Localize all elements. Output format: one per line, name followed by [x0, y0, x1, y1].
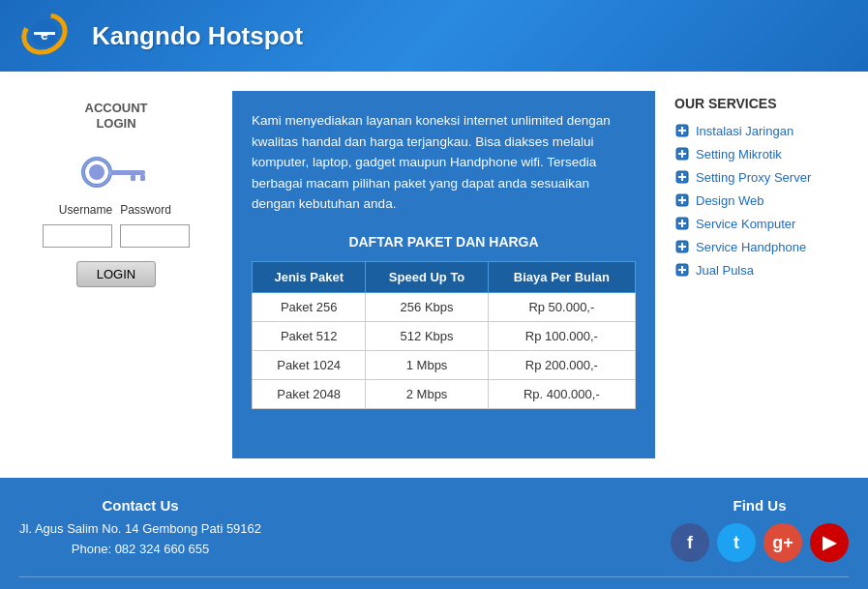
packages-table: Jenis Paket Speed Up To Biaya Per Bulan … [252, 261, 636, 409]
table-header-row: Jenis Paket Speed Up To Biaya Per Bulan [253, 261, 636, 292]
service-plus-icon [674, 262, 690, 278]
account-label: ACCOUNT LOGIN [85, 101, 148, 131]
svg-rect-21 [678, 199, 686, 201]
username-input[interactable] [43, 224, 112, 248]
key-icon-wrapper [77, 153, 155, 191]
key-icon [77, 153, 155, 191]
svg-rect-6 [108, 170, 145, 175]
main-wrapper: ACCOUNT LOGIN Username Pass [0, 72, 868, 478]
facebook-button[interactable]: f [671, 523, 709, 562]
service-label: Setting Proxy Server [696, 170, 811, 185]
password-input[interactable] [120, 224, 190, 248]
service-plus-icon [674, 169, 690, 185]
table-cell: Rp 100.000,- [488, 321, 635, 350]
login-button[interactable]: LOGIN [76, 261, 156, 287]
table-cell: Rp 50.000,- [488, 292, 635, 321]
service-item[interactable]: Instalasi Jaringan [674, 123, 849, 138]
service-label: Service Handphone [696, 240, 806, 254]
svg-rect-27 [678, 246, 686, 248]
service-plus-icon [674, 239, 690, 254]
table-row: Paket 256256 KbpsRp 50.000,- [253, 292, 636, 321]
site-title: Kangndo Hotspot [92, 21, 303, 51]
svg-text:e: e [41, 27, 48, 43]
footer-contact: Contact Us Jl. Agus Salim No. 14 Gembong… [19, 497, 261, 560]
table-cell: Rp 200.000,- [488, 350, 635, 379]
svg-rect-15 [678, 153, 686, 155]
service-label: Setting Mikrotik [696, 147, 782, 162]
footer-copyright: Copyright © 2014. All Rights Reserved. [19, 576, 849, 589]
footer: Contact Us Jl. Agus Salim No. 14 Gembong… [0, 478, 868, 589]
table-cell: Paket 1024 [253, 350, 366, 379]
service-item[interactable]: Service Handphone [674, 239, 849, 254]
svg-rect-24 [678, 222, 686, 224]
login-sidebar: ACCOUNT LOGIN Username Pass [19, 91, 213, 458]
table-cell: 512 Kbps [366, 321, 488, 350]
footer-contact-phone: Phone: 082 324 660 655 [19, 540, 261, 560]
twitter-button[interactable]: t [717, 523, 756, 562]
table-cell: Rp. 400.000,- [488, 379, 635, 408]
right-sidebar: OUR SERVICES Instalasi Jaringan Setting … [674, 91, 849, 458]
table-cell: 1 Mbps [366, 350, 488, 379]
svg-rect-30 [678, 269, 686, 271]
youtube-button[interactable]: ▶ [810, 523, 849, 562]
service-label: Service Komputer [696, 217, 795, 231]
services-title: OUR SERVICES [674, 96, 849, 111]
table-row: Paket 512512 KbpsRp 100.000,- [253, 321, 636, 350]
center-content: Kami menyediakan layanan koneksi interne… [232, 91, 655, 458]
service-label: Design Web [696, 193, 764, 208]
googleplus-button[interactable]: g+ [763, 523, 802, 562]
service-plus-icon [674, 123, 690, 138]
svg-rect-12 [678, 130, 686, 132]
footer-findus: Find Us f t g+ ▶ [671, 497, 849, 562]
username-label: Username [59, 203, 112, 217]
table-cell: Paket 2048 [253, 379, 366, 408]
table-cell: 256 Kbps [366, 292, 488, 321]
svg-rect-18 [678, 176, 686, 178]
services-list: Instalasi Jaringan Setting Mikrotik Sett… [674, 123, 849, 278]
table-cell: Paket 256 [253, 292, 366, 321]
footer-findus-title: Find Us [671, 497, 849, 514]
col-header-price: Biaya Per Bulan [488, 261, 635, 292]
footer-contact-title: Contact Us [19, 497, 261, 514]
social-icons: f t g+ ▶ [671, 523, 849, 562]
service-item[interactable]: Setting Mikrotik [674, 146, 849, 162]
table-cell: Paket 512 [253, 321, 366, 350]
form-inputs-row [19, 224, 213, 248]
service-label: Instalasi Jaringan [696, 124, 793, 138]
logo-container: e [19, 12, 77, 60]
footer-inner: Contact Us Jl. Agus Salim No. 14 Gembong… [19, 497, 849, 562]
ie-logo-icon: e [19, 12, 70, 56]
service-item[interactable]: Jual Pulsa [674, 262, 849, 278]
svg-rect-7 [131, 175, 135, 181]
service-item[interactable]: Setting Proxy Server [674, 169, 849, 185]
svg-rect-8 [140, 175, 145, 181]
table-row: Paket 20482 MbpsRp. 400.000,- [253, 379, 636, 408]
table-row: Paket 10241 MbpsRp 200.000,- [253, 350, 636, 379]
col-header-package: Jenis Paket [253, 261, 366, 292]
service-plus-icon [674, 192, 690, 208]
service-plus-icon [674, 216, 690, 231]
form-labels-row: Username Password [19, 203, 213, 217]
svg-point-5 [89, 164, 105, 180]
packages-title: DAFTAR PAKET DAN HARGA [252, 234, 636, 250]
intro-text: Kami menyediakan layanan koneksi interne… [252, 110, 636, 215]
table-cell: 2 Mbps [366, 379, 488, 408]
footer-contact-address: Jl. Agus Salim No. 14 Gembong Pati 59162 [19, 519, 261, 540]
service-item[interactable]: Service Komputer [674, 216, 849, 231]
login-form: Username Password LOGIN [19, 203, 213, 287]
header: e Kangndo Hotspot [0, 0, 868, 72]
col-header-speed: Speed Up To [366, 261, 488, 292]
service-label: Jual Pulsa [696, 263, 754, 278]
service-plus-icon [674, 146, 690, 162]
service-item[interactable]: Design Web [674, 192, 849, 208]
password-label: Password [120, 203, 173, 217]
account-login-box: ACCOUNT LOGIN [85, 101, 148, 138]
